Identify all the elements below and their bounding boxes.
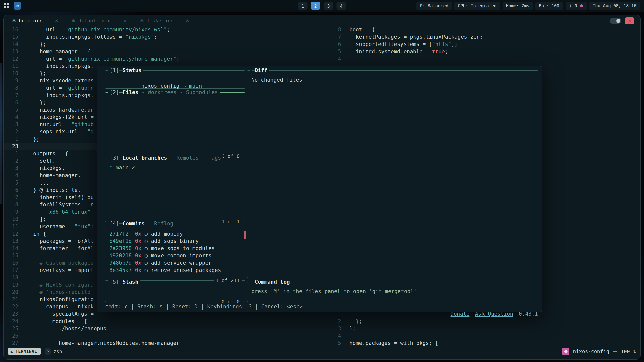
lazygit-options-bar: mmit: c | Stash: s | Reset: D | Keybindi… [105, 303, 538, 325]
line-number: 3 [331, 325, 341, 332]
code-line: 5 initrd.systemd.enable = true; [331, 48, 638, 55]
commit-row[interactable]: b49ef1d0x○add sops binary [109, 238, 241, 245]
code-line: 16 url = "github:nix-community/nixos-wsl… [4, 26, 333, 33]
code-line: 15 inputs.nixpkgs.follows = "nixpkgs"; [4, 33, 333, 41]
system-topbar: JW 1234 P: BalancedGPU: IntegratedHome: … [0, 0, 644, 12]
shell-tab[interactable]: >zsh [45, 348, 62, 355]
editor-pane-right-top[interactable]: 8boot = {7 kernelPackages = pkgs.linuxPa… [331, 26, 638, 63]
line-number: 6 [331, 41, 341, 48]
line-number: 9 [4, 77, 18, 84]
line-number: 7 [331, 33, 341, 41]
line-number: 8 [331, 26, 341, 33]
workspace-button-3[interactable]: 3 [324, 2, 333, 10]
lazygit-panel-status[interactable]: [1]─Status nixos-config→main [105, 70, 245, 89]
line-number: 11 [4, 63, 18, 70]
recording-indicator-icon [580, 4, 583, 7]
line-number: 4 [4, 114, 18, 121]
line-number: 25 [4, 325, 18, 332]
panel-title: ─Diff [250, 67, 269, 74]
line-number: 22 [4, 303, 18, 310]
donate-link[interactable]: Donate [451, 311, 470, 317]
code-line: 3}; [331, 325, 638, 332]
commit-author: 0x [135, 245, 141, 252]
layout-toggle[interactable] [610, 18, 621, 24]
ask-question-link[interactable]: Ask Question [475, 311, 513, 317]
lazygit-panel-branches[interactable]: [3]─Local branches - Remotes - Tags * ma… [105, 158, 245, 222]
commit-graph-node-icon: ○ [145, 238, 148, 245]
window-statusbar: ◣TERMINAL >zsh nixos-config 100 % [4, 347, 640, 356]
lazygit-panel-diff[interactable]: ─Diff No changed files [247, 70, 538, 278]
topbar-module[interactable]: P: Balanced [416, 2, 452, 10]
lazygit-version: 0.43.1 [519, 311, 538, 317]
commit-message: add sops binary [151, 238, 199, 245]
code-line: 25 ./hosts/canopus [4, 325, 333, 332]
code-line: 27 home-manager.nixosModules.home-manage… [4, 340, 333, 347]
terminal-mode-badge[interactable]: ◣TERMINAL [8, 348, 41, 355]
system-tray[interactable]: ᛒ 0 [566, 2, 587, 10]
line-number: 5 [4, 179, 18, 187]
line-number: 5 [331, 48, 341, 55]
line-number: 26 [4, 332, 18, 340]
line-number: 5 [4, 106, 18, 114]
commit-row[interactable]: 2a239500x○move sops to modules [109, 245, 241, 252]
line-number: 3 [4, 121, 18, 128]
commit-hash: 9486b7d [109, 259, 132, 267]
topbar-module[interactable]: GPU: Integrated [454, 2, 500, 10]
line-number: 4 [4, 172, 18, 179]
commit-row[interactable]: d9202180x○move common imports [109, 252, 241, 259]
window-close-button[interactable]: ✕ [625, 17, 634, 24]
bluetooth-icon[interactable]: ᛒ [569, 3, 572, 8]
panel-title: [4]─Commits - Reflog [108, 220, 175, 228]
tab-close-icon[interactable]: × [186, 18, 189, 24]
line-number: 6 [4, 187, 18, 194]
commit-list: 2717f2f0x○add mopidyb49ef1d0x○add sops b… [105, 224, 245, 274]
lazygit-panel-command-log[interactable]: ─Command log press 'M' in the files pane… [247, 282, 538, 302]
tab-flake.nix[interactable]: ❄flake.nix× [140, 18, 189, 24]
commit-author: 0x [135, 238, 141, 245]
commits-scrollbar[interactable] [244, 231, 246, 239]
line-number: 18 [4, 274, 18, 281]
topbar-module[interactable]: Home: 7ms [503, 2, 533, 10]
line-number: 19 [4, 281, 18, 289]
line-number: 8 [4, 84, 18, 92]
commit-row[interactable]: 9486b7d0x○add service-wrapper [109, 259, 241, 267]
line-number: 13 [4, 238, 18, 245]
workspace-button-2[interactable]: 2 [311, 2, 320, 10]
lazygit-panel-commits[interactable]: [4]─Commits - Reflog 2717f2f0x○add mopid… [105, 224, 245, 281]
line-number: 21 [4, 296, 18, 303]
workspace-button-1[interactable]: 1 [298, 2, 308, 10]
command-log-content: press 'M' in the files panel to open 'gi… [251, 288, 417, 294]
line-number: 7 [4, 92, 18, 99]
code-line: 7 kernelPackages = pkgs.linuxPackages_ze… [331, 33, 638, 41]
workspaces: 1234 [298, 2, 346, 10]
close-icon: ✕ [628, 18, 631, 23]
tab-home.nix[interactable]: ❄home.nix× [12, 18, 58, 24]
tab-close-icon[interactable]: × [55, 18, 58, 24]
code-line: 6 supportedFilesystems = ["ntfs"]; [331, 41, 638, 48]
scroll-percent: 100 % [621, 348, 636, 354]
workspace-button-4[interactable]: 4 [337, 2, 346, 10]
commit-message: remove unused packages [151, 267, 221, 274]
commit-row[interactable]: 8e345a70x○remove unused packages [109, 267, 241, 274]
line-number: 23 [4, 310, 18, 318]
code-line: 5home.packages = with pkgs; [ [331, 340, 638, 347]
tab-default.nix[interactable]: ❄default.nix× [72, 18, 127, 24]
app-launcher-icon[interactable] [4, 3, 9, 8]
tab-close-icon[interactable]: × [123, 18, 127, 24]
tab-label: home.nix [19, 18, 42, 23]
repo-icon[interactable] [562, 348, 569, 355]
commit-row[interactable]: 2717f2f0x○add mopidy [109, 230, 241, 238]
line-number: 17 [4, 267, 18, 274]
lazygit-panel-stash[interactable]: [5]─Stash 0 of 0 [105, 282, 245, 302]
code-line: 26 [4, 332, 333, 340]
line-number: 4 [331, 332, 341, 340]
lazygit-panel-files[interactable]: [2]─Files - Worktrees - Submodules 0 of … [105, 92, 245, 156]
line-number: 16 [4, 259, 18, 267]
nix-snowflake-icon: ❄ [72, 18, 75, 23]
branch-row[interactable]: * main ✓ [109, 165, 135, 171]
terminal-window: ❄home.nix×❄default.nix×❄flake.nix× ✕ 16 … [3, 15, 641, 360]
clock[interactable]: Thu Aug 08, 18:16 [589, 2, 640, 10]
line-number: 1 [4, 135, 18, 143]
topbar-module[interactable]: Bat: 100 [535, 2, 563, 10]
app-badge[interactable]: JW [14, 2, 21, 10]
